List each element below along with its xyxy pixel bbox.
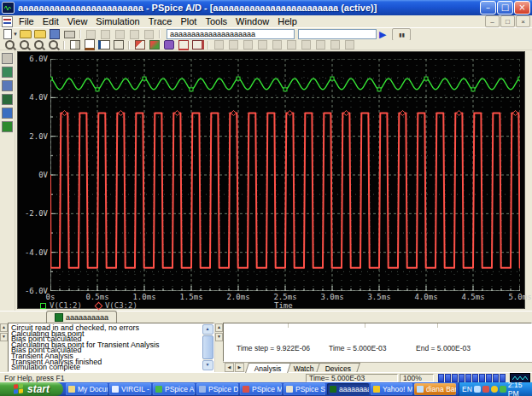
- plot-document-tab[interactable]: aaaaaaaaaa: [46, 311, 117, 323]
- open-file-button[interactable]: [20, 29, 32, 40]
- save-button[interactable]: [49, 29, 61, 40]
- zoom-area-button[interactable]: [32, 39, 45, 50]
- taskbar-task[interactable]: VIRGIL - Pl...: [109, 383, 151, 395]
- output-file-icon[interactable]: [2, 94, 13, 105]
- taskbar-task[interactable]: My Docume...: [66, 383, 108, 395]
- menu-item-view[interactable]: View: [63, 16, 92, 26]
- run-simulation-button[interactable]: ▶: [379, 29, 386, 40]
- output-text-area: Circuit read in and checked, no errorsCa…: [8, 323, 214, 372]
- menu-item-tools[interactable]: Tools: [201, 16, 231, 26]
- add-trace-button[interactable]: [133, 39, 146, 50]
- run-profile-combo[interactable]: [298, 29, 377, 39]
- splitter-down-icon[interactable]: ▼: [0, 333, 8, 341]
- menu-item-edit[interactable]: Edit: [38, 16, 63, 26]
- data-file-icon[interactable]: [2, 80, 13, 91]
- x-tick-label: 3.5ms: [367, 293, 390, 301]
- x-axis-title: Time: [274, 301, 293, 310]
- fourier-button[interactable]: [83, 39, 96, 50]
- pause-simulation-button[interactable]: ▮▮: [392, 28, 411, 41]
- tab-scroll-left-icon[interactable]: ◀: [225, 363, 234, 372]
- child-close-button[interactable]: ×: [516, 15, 530, 27]
- output-scrollbar[interactable]: ▲ ▼: [202, 324, 213, 370]
- task-label: VIRGIL - Pl...: [121, 385, 151, 393]
- clock[interactable]: 2:15 PM: [508, 381, 529, 396]
- progress-block: [459, 374, 465, 382]
- system-tray: EN 2:15 PM: [459, 382, 532, 396]
- minimize-button[interactable]: –: [480, 1, 496, 15]
- scroll-down-icon[interactable]: ▼: [202, 360, 213, 370]
- task-buttons: My Docume...VIRGIL - Pl...PSpice Appl...…: [63, 382, 459, 396]
- menu-item-file[interactable]: File: [15, 16, 38, 26]
- taskbar-task[interactable]: PSpice Desi...: [196, 383, 238, 395]
- toggle-cursor-button[interactable]: [191, 39, 204, 50]
- text-label-button[interactable]: [162, 39, 175, 50]
- taskbar-task[interactable]: diana Band...: [414, 383, 456, 395]
- circuit-file-icon[interactable]: [2, 67, 13, 78]
- taskbar-task[interactable]: PSpice Appl...: [153, 383, 195, 395]
- mark-data-points-icon: [178, 40, 189, 50]
- schematic-file-icon[interactable]: [2, 121, 13, 132]
- volume-icon[interactable]: [474, 386, 481, 393]
- print-button[interactable]: [63, 29, 76, 40]
- status-zoom-value: 100%: [400, 374, 434, 382]
- pspice-app-icon: [2, 2, 15, 14]
- progress-block: [438, 374, 444, 382]
- taskbar-task[interactable]: PSpice Sch...: [284, 383, 325, 395]
- zoom-in-icon: [5, 40, 15, 50]
- mark-data-points-button[interactable]: [177, 39, 190, 50]
- taskbar-task[interactable]: PSpice Mes...: [240, 383, 282, 395]
- splitter-down-icon[interactable]: ▼: [215, 333, 223, 341]
- task-app-icon: [68, 386, 75, 393]
- performance-analysis-icon: [98, 40, 110, 50]
- taskbar-task[interactable]: Yahoo! Mes...: [371, 383, 412, 395]
- undo-icon: [130, 30, 139, 39]
- new-file-button[interactable]: ▼: [3, 29, 18, 40]
- tab-scroll-right-icon[interactable]: ▶: [235, 363, 244, 372]
- sim-settings-icon[interactable]: [2, 108, 13, 119]
- zoom-in-button[interactable]: [3, 39, 16, 50]
- menu-item-simulation[interactable]: Simulation: [91, 16, 143, 26]
- task-label: Yahoo! Mes...: [383, 385, 412, 393]
- progress-block: [445, 374, 451, 382]
- menu-item-trace[interactable]: Trace: [144, 16, 177, 26]
- messenger-icon[interactable]: [491, 386, 498, 393]
- y-tick-label: -2.0V: [20, 209, 48, 218]
- tab-devices[interactable]: Devices: [316, 363, 360, 373]
- log-y-axis-button[interactable]: [112, 39, 125, 50]
- simulation-profile-field[interactable]: aaaaaaaaaaaaaaaaaaaa: [167, 29, 295, 39]
- open-profile-button[interactable]: [34, 29, 47, 40]
- status-tabs: AnalysisWatchDevices: [250, 363, 360, 373]
- sim-queue-icon[interactable]: [2, 53, 13, 64]
- tab-analysis[interactable]: Analysis: [245, 363, 291, 373]
- zoom-out-icon: [20, 40, 29, 50]
- menu-item-window[interactable]: Window: [231, 16, 273, 26]
- disabled-cursor-icon: [243, 40, 253, 50]
- taskbar-task[interactable]: aaaaaaaaaa...: [327, 383, 369, 395]
- language-indicator[interactable]: EN: [462, 385, 472, 393]
- child-minimize-button[interactable]: –: [485, 15, 500, 27]
- log-x-axis-button[interactable]: [68, 39, 81, 50]
- x-tick-label: 3.0ms: [320, 293, 343, 301]
- antivirus-icon[interactable]: [482, 386, 489, 393]
- taskbar: start My Docume...VIRGIL - Pl...PSpice A…: [0, 382, 532, 396]
- scroll-thumb[interactable]: [202, 335, 213, 359]
- child-restore-button[interactable]: □: [500, 15, 515, 27]
- start-button[interactable]: start: [0, 382, 63, 396]
- waveform-chart[interactable]: [50, 59, 520, 291]
- zoom-fit-button[interactable]: [47, 39, 60, 50]
- network-icon[interactable]: [500, 386, 506, 393]
- copy-button: [99, 29, 112, 40]
- scroll-up-icon[interactable]: ▲: [202, 324, 213, 335]
- menu-item-help[interactable]: Help: [273, 16, 301, 26]
- simulation-status-window: ▲ ▼ Time step = 9.922E-06 Time = 5.000E-…: [215, 323, 532, 372]
- performance-analysis-button[interactable]: [97, 39, 110, 50]
- task-label: diana Band...: [426, 385, 456, 393]
- close-button[interactable]: ×: [514, 1, 530, 15]
- maximize-button[interactable]: □: [497, 1, 513, 15]
- zoom-out-button[interactable]: [18, 39, 31, 50]
- splitter-up-icon[interactable]: ▲: [215, 323, 223, 332]
- menu-item-plot[interactable]: Plot: [176, 16, 201, 26]
- waveform-plot-area[interactable]: 6.0V4.0V2.0V0V-2.0V-4.0V-6.0V 0s0.5ms1.0…: [17, 51, 525, 309]
- splitter-up-icon[interactable]: ▲: [0, 323, 8, 332]
- eval-measurement-button[interactable]: [148, 39, 161, 50]
